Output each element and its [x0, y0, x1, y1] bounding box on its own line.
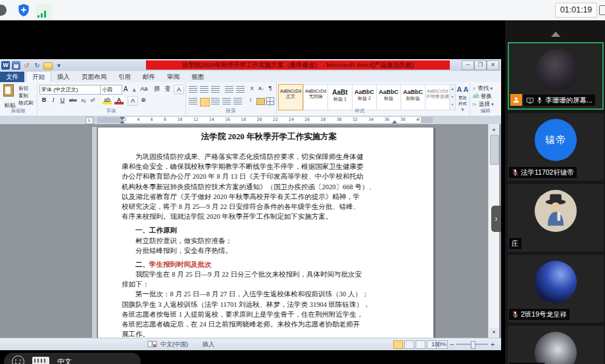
font-size-select[interactable]: 小四: [100, 85, 122, 95]
save-icon[interactable]: [12, 61, 20, 70]
status-insert-mode[interactable]: 插入: [203, 338, 214, 350]
borders-icon[interactable]: [266, 97, 274, 105]
tab-file[interactable]: 文件: [0, 72, 24, 82]
participant-tile[interactable]: 吴永芳: [508, 326, 604, 364]
open-folder-icon[interactable]: [43, 62, 53, 70]
style-normal[interactable]: AaBbCcDd 正文: [278, 84, 303, 110]
find-label: 查找: [477, 85, 489, 91]
zoom-level[interactable]: 100%: [431, 338, 447, 350]
tab-insert[interactable]: 插入: [51, 72, 76, 82]
character-border-icon[interactable]: A: [174, 85, 184, 95]
styles-gallery-scroll[interactable]: ▲▾▾: [449, 84, 456, 110]
security-shield-icon[interactable]: [17, 3, 30, 17]
text-shading-icon[interactable]: A: [128, 96, 138, 106]
keyboard-icon[interactable]: [32, 357, 49, 364]
font-name-select[interactable]: 宋体 (中文正文): [39, 85, 101, 95]
tab-references[interactable]: 引用: [112, 72, 137, 82]
style-no-spacing[interactable]: AaBbCcDd 无间隔: [303, 84, 328, 110]
paste-button[interactable]: [2, 84, 15, 101]
status-language[interactable]: 中文(中国): [160, 338, 188, 350]
restore-button[interactable]: ❐: [474, 60, 487, 70]
hanging-indent-marker[interactable]: [120, 120, 125, 124]
multilevel-list-icon[interactable]: [211, 86, 220, 93]
grow-font-icon[interactable]: A: [121, 85, 130, 93]
change-styles-icon: A A: [456, 83, 469, 95]
zoom-slider-thumb[interactable]: [471, 341, 475, 349]
increase-indent-icon[interactable]: [236, 86, 245, 93]
text-highlight-icon[interactable]: ab: [103, 96, 112, 104]
web-layout-view-icon[interactable]: [416, 340, 425, 349]
sidebar-collapse-chevron[interactable]: ›: [491, 206, 501, 232]
participant-tile[interactable]: 2班19号龙呈祥: [508, 255, 604, 323]
change-case-icon[interactable]: Aa: [139, 85, 149, 93]
style-subtle-emphasis[interactable]: AaBbCcDd 不明显强调: [425, 84, 450, 110]
char-scale-icon[interactable]: 变: [163, 85, 172, 93]
record-dot-icon[interactable]: [0, 5, 7, 16]
change-styles-button[interactable]: A A 更改样式 ▾: [456, 83, 469, 110]
spellcheck-icon[interactable]: [147, 340, 157, 352]
style-sample: AaBbCcDd: [425, 89, 449, 93]
print-layout-view-icon[interactable]: [393, 340, 403, 349]
font-color-icon[interactable]: A: [114, 96, 124, 104]
style-heading1[interactable]: AaBt 标题 1: [327, 84, 352, 110]
participant-tile[interactable]: 庄: [508, 184, 604, 252]
fullscreen-icon[interactable]: [599, 5, 605, 15]
strikethrough-icon[interactable]: abc: [68, 96, 78, 104]
tab-selector[interactable]: L: [85, 117, 93, 124]
minimize-button[interactable]: ─: [462, 60, 474, 70]
tab-page-layout[interactable]: 页面布局: [76, 72, 112, 82]
scroll-down-icon[interactable]: ▼: [489, 328, 498, 337]
align-left-icon[interactable]: [189, 98, 197, 105]
decrease-indent-icon[interactable]: [225, 86, 233, 93]
scrollbar-thumb[interactable]: [490, 135, 499, 165]
tab-review[interactable]: 审阅: [161, 72, 185, 82]
subscript-icon[interactable]: x₂: [79, 96, 88, 104]
style-subtitle[interactable]: AaBbC 副标题: [400, 84, 425, 110]
document-page[interactable]: 法学院 2020 年秋季开学工作实施方案 为巩固疫情防控成果、严格落实常态化疫情…: [97, 127, 434, 338]
scroll-up-icon[interactable]: ▲: [489, 125, 498, 134]
document-text: 法学院 2020 年秋季开学工作实施方案 为巩固疫情防控成果、严格落实常态化疫情…: [98, 127, 433, 338]
align-right-icon[interactable]: [211, 98, 220, 105]
bold-icon[interactable]: B: [39, 96, 49, 104]
word-app-icon[interactable]: W: [1, 61, 10, 70]
tab-mailings[interactable]: 邮件: [137, 72, 161, 82]
line-spacing-icon[interactable]: ↕: [246, 96, 255, 104]
justify-icon[interactable]: [222, 98, 231, 105]
tab-home[interactable]: 开始: [26, 71, 51, 82]
zoom-out-icon[interactable]: −: [450, 338, 454, 350]
format-painter-button[interactable]: 格式刷: [18, 99, 39, 107]
right-indent-marker[interactable]: [392, 120, 397, 124]
pinyin-guide-icon[interactable]: 拼: [153, 85, 162, 93]
zoom-in-icon[interactable]: +: [491, 338, 495, 350]
close-button[interactable]: ✕: [487, 60, 499, 70]
qat-dropdown-icon[interactable]: ▾: [55, 61, 63, 70]
distribute-icon[interactable]: [233, 98, 242, 105]
doc-blank-line: [122, 143, 416, 152]
tab-view[interactable]: 视图: [185, 72, 210, 82]
sort-icon[interactable]: A↓: [256, 84, 266, 93]
bullets-icon[interactable]: [189, 86, 197, 93]
numbering-icon[interactable]: [200, 86, 208, 93]
horizontal-ruler[interactable]: L 2 4 6 8 10 12 14 16 18 20 22 24 26 28 …: [0, 116, 501, 124]
scroll-up-arrow-icon[interactable]: [551, 32, 560, 37]
emoji-smiley-icon[interactable]: [12, 355, 24, 364]
participant-tile[interactable]: 辕帝 法学11702轩辕帝: [508, 113, 604, 181]
superscript-icon[interactable]: x²: [88, 96, 97, 104]
show-marks-icon[interactable]: ¶: [266, 84, 275, 93]
undo-icon[interactable]: ↺: [22, 61, 31, 70]
style-heading2[interactable]: AaBbC 标题 2: [352, 84, 377, 110]
underline-icon[interactable]: U: [58, 96, 67, 104]
style-title[interactable]: AaBbC 标题: [376, 84, 401, 110]
fullscreen-reading-view-icon[interactable]: [404, 340, 414, 349]
redo-icon[interactable]: ↻: [33, 61, 41, 70]
asian-layout-icon[interactable]: X: [247, 84, 256, 93]
shrink-font-icon[interactable]: A: [130, 86, 139, 95]
vertical-ruler[interactable]: [92, 127, 97, 338]
shading-icon[interactable]: [256, 98, 265, 105]
align-center-icon[interactable]: [200, 98, 210, 106]
doc-line: 以及湖北省教育厅《关于做好 2020 年秋季高校开学有关工作的提示》精神，学: [122, 192, 416, 202]
italic-icon[interactable]: I: [49, 96, 58, 104]
network-signal-icon[interactable]: [36, 4, 52, 20]
participant-tile-sharer[interactable]: 李珊珊的屏幕...: [508, 42, 604, 110]
enclose-characters-icon[interactable]: ⊕: [139, 96, 148, 104]
